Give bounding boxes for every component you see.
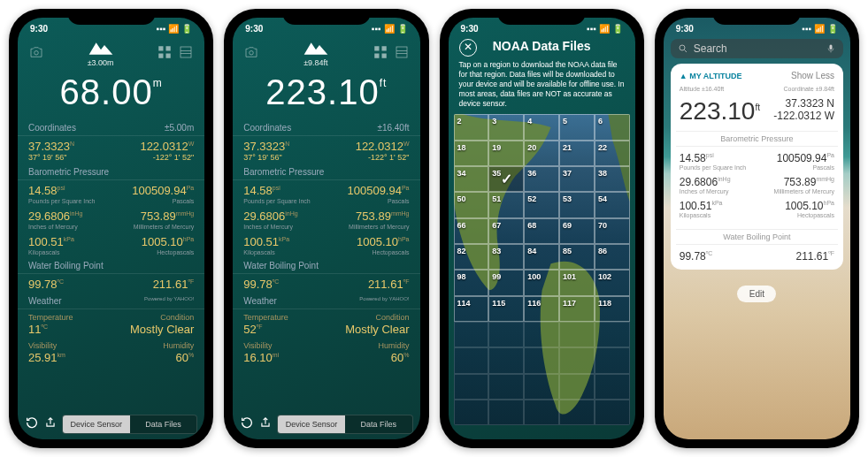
noaa-tile[interactable]: 67 — [488, 218, 524, 244]
altitude-accuracy: ±3.00m — [44, 58, 157, 67]
svg-rect-4 — [166, 54, 171, 58]
coord-head: Coordinates — [28, 123, 76, 133]
noaa-tile[interactable]: 115 — [488, 296, 524, 322]
noaa-tile[interactable]: 3 — [488, 114, 524, 140]
svg-rect-13 — [396, 47, 407, 57]
svg-point-0 — [35, 51, 39, 56]
edit-button[interactable]: Edit — [737, 286, 776, 302]
noaa-tile[interactable]: 86 — [595, 244, 630, 270]
app-logo: ±3.00m — [44, 37, 157, 67]
screen-metric: 9:30 ▪▪▪📶🔋 ±3.00m 68.00m Coordinates±5.0… — [18, 18, 204, 439]
reload-icon[interactable] — [240, 415, 254, 433]
noaa-tile[interactable]: 2 — [454, 114, 489, 140]
noaa-tile[interactable]: 36 — [524, 166, 559, 192]
noaa-tile[interactable]: 51 — [488, 192, 524, 217]
noaa-tile[interactable]: 70 — [595, 218, 630, 244]
screen-widget: 9:30▪▪▪📶🔋 Search ▲ MY ALTITUDEShow Less … — [664, 18, 850, 439]
grid-icon[interactable] — [157, 44, 173, 60]
list-icon[interactable] — [178, 44, 194, 60]
noaa-desc: Tap on a region to download the NOAA dat… — [449, 57, 635, 114]
close-icon[interactable]: ✕ — [459, 39, 477, 57]
camera-icon[interactable] — [28, 44, 44, 60]
noaa-tile[interactable]: 66 — [454, 218, 489, 244]
noaa-map[interactable]: 2345618192021223435✓36373850515253546667… — [454, 114, 630, 425]
widget-app: ▲ MY ALTITUDE — [680, 72, 742, 80]
noaa-tile[interactable]: 114 — [454, 296, 489, 322]
noaa-tile[interactable]: 68 — [524, 218, 559, 244]
noaa-tile[interactable]: 116 — [524, 296, 559, 322]
screen-imperial: 9:30▪▪▪📶🔋 ±9.84ft 223.10ft Coordinates±1… — [233, 18, 419, 439]
noaa-tile[interactable]: 5 — [559, 114, 595, 140]
search-icon — [678, 43, 688, 54]
noaa-tile[interactable]: 82 — [454, 244, 489, 270]
noaa-tile[interactable]: 99 — [488, 270, 524, 295]
altitude-value: 68.00m — [18, 72, 204, 112]
yahoo-credit: Powered by YAHOO! — [144, 296, 194, 306]
noaa-tile[interactable]: 118 — [595, 296, 630, 322]
search-input[interactable]: Search — [671, 39, 843, 58]
noaa-tile[interactable]: 101 — [559, 270, 595, 295]
grid-icon[interactable] — [373, 44, 388, 60]
noaa-tile[interactable]: 37 — [559, 166, 595, 192]
noaa-tile[interactable]: 84 — [524, 244, 559, 270]
noaa-tile[interactable]: 50 — [454, 192, 489, 217]
noaa-tile[interactable]: 102 — [595, 270, 630, 295]
reload-icon[interactable] — [25, 415, 39, 433]
svg-point-8 — [250, 51, 254, 56]
noaa-tile[interactable]: 98 — [454, 270, 489, 295]
svg-line-17 — [684, 50, 687, 53]
altitude-widget: ▲ MY ALTITUDEShow Less Altitude ±16.40ft… — [671, 64, 843, 270]
camera-icon[interactable] — [243, 44, 259, 60]
noaa-tile[interactable]: 35✓ — [488, 166, 524, 192]
noaa-tile[interactable]: 20 — [524, 141, 559, 166]
seg-files[interactable]: Data Files — [130, 415, 197, 433]
noaa-tile[interactable]: 52 — [524, 192, 559, 217]
seg-device[interactable]: Device Sensor — [63, 415, 130, 433]
noaa-tile[interactable]: 83 — [488, 244, 524, 270]
noaa-tile[interactable]: 22 — [595, 141, 630, 166]
screen-noaa: 9:30▪▪▪📶🔋 ✕ NOAA Data Files Tap on a reg… — [449, 18, 635, 439]
source-segment[interactable]: Device SensorData Files — [277, 415, 412, 434]
toolbar: ±3.00m — [18, 35, 204, 67]
noaa-tile[interactable]: 4 — [524, 114, 559, 140]
noaa-tile[interactable]: 54 — [595, 192, 630, 217]
svg-rect-11 — [374, 54, 379, 58]
source-segment[interactable]: Device SensorData Files — [62, 415, 197, 434]
share-icon[interactable] — [44, 416, 57, 432]
list-icon[interactable] — [394, 44, 410, 60]
noaa-tile[interactable]: 117 — [559, 296, 595, 322]
status-icons: ▪▪▪📶🔋 — [154, 24, 193, 34]
noaa-tile[interactable]: 19 — [488, 141, 524, 166]
noaa-tile[interactable]: 100 — [524, 270, 559, 295]
noaa-tile[interactable]: 18 — [454, 141, 489, 166]
svg-rect-1 — [159, 46, 164, 50]
svg-rect-9 — [374, 46, 379, 50]
svg-rect-18 — [830, 45, 833, 50]
noaa-tile[interactable]: 6 — [595, 114, 630, 140]
baro-head: Barometric Pressure — [28, 167, 109, 177]
status-time: 9:30 — [30, 24, 48, 34]
boil-head: Water Boiling Point — [28, 261, 104, 270]
svg-rect-2 — [166, 46, 171, 50]
noaa-tile[interactable]: 53 — [559, 192, 595, 217]
svg-rect-10 — [381, 46, 386, 50]
mic-icon[interactable] — [826, 42, 836, 55]
svg-point-16 — [680, 45, 685, 50]
noaa-tile[interactable]: 21 — [559, 141, 595, 166]
svg-rect-12 — [381, 54, 386, 58]
noaa-tile[interactable]: 85 — [559, 244, 595, 270]
noaa-tile[interactable]: 69 — [559, 218, 595, 244]
weather-head: Weather — [28, 296, 62, 306]
noaa-tile[interactable]: 34 — [454, 166, 489, 192]
show-less[interactable]: Show Less — [791, 71, 834, 80]
svg-rect-5 — [181, 47, 191, 57]
share-icon[interactable] — [259, 416, 272, 432]
noaa-tile[interactable]: 38 — [595, 166, 630, 192]
coord-acc: ±5.00m — [165, 123, 194, 133]
svg-rect-3 — [159, 54, 164, 58]
